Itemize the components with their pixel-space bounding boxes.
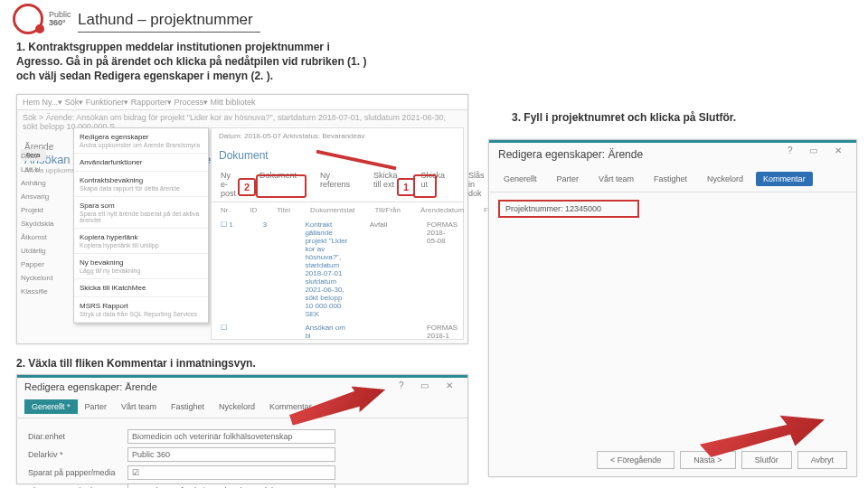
tabs: Generellt *ParterVårt teamFastighetNycke… <box>17 396 467 418</box>
window-icons: ? ▭ ✕ <box>399 380 460 390</box>
nav-tabs: Hem Ny...▾ Sök▾ Funktioner▾ Rapporter▾ P… <box>17 95 467 110</box>
document-pane: Datum: 2018-05-07 Arkivstatus: Bevarande… <box>211 127 464 340</box>
callout-1: 1 <box>397 178 415 196</box>
screenshot-1: Hem Ny...▾ Sök▾ Funktioner▾ Rapporter▾ P… <box>16 94 468 344</box>
step-2-text: 2. Växla till fliken Kommentar i inmatni… <box>16 356 256 371</box>
step-1-text: 1. Kontraktsgruppen meddelar institution… <box>16 40 378 84</box>
form: Diar.enhetBiomedicin och veterinär folkh… <box>17 418 467 488</box>
tabs: GenerelltParterVårt teamFastighetNyckelo… <box>489 166 856 192</box>
logo-icon <box>13 4 43 34</box>
logo: Public360° <box>13 4 71 34</box>
page-title: Lathund – projektnummer <box>78 11 260 33</box>
screenshot-2: Redigera egenskaper: Ärende Generellt *P… <box>16 374 468 484</box>
callout-2: 2 <box>238 178 256 196</box>
context-menu: Redigera egenskaperÄndra uppkomster om Ä… <box>73 127 209 324</box>
window-icons: ? ▭ ✕ <box>788 145 849 155</box>
highlight-1 <box>413 174 437 198</box>
detail-labels: DetalLätt klAnhängAnsvarigProjektSkyddsk… <box>17 149 71 298</box>
highlight-2 <box>256 174 307 198</box>
screenshot-3: Redigera egenskaper: Ärende ? ▭ ✕ Genere… <box>488 139 857 477</box>
project-number-field: Projektnummer: 12345000 <box>498 200 639 218</box>
logo-text: Public360° <box>49 11 71 27</box>
step-3-text: 3. Fyll i projektnumret och klicka på Sl… <box>512 110 736 125</box>
